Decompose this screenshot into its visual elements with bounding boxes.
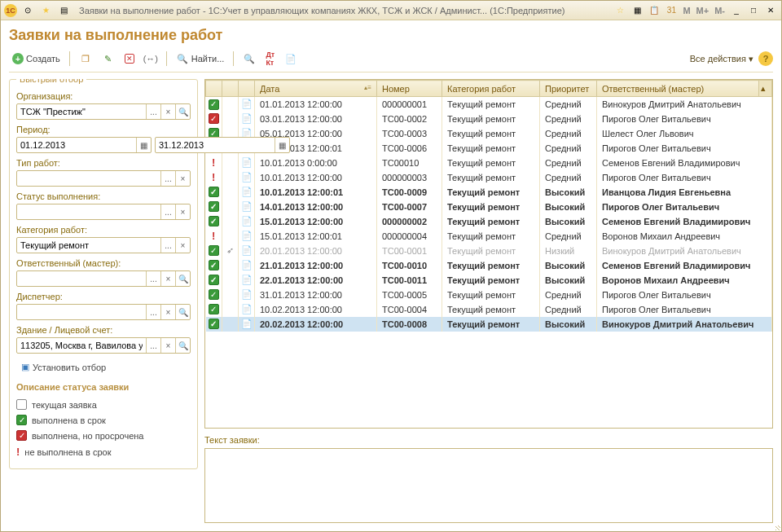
select-btn[interactable]: ... [160, 238, 175, 253]
document-icon: 📄 [241, 319, 253, 328]
select-btn[interactable]: ... [146, 104, 160, 119]
status-label: Статус выполнения: [16, 191, 191, 201]
col-flag[interactable] [222, 81, 239, 97]
building-input[interactable] [17, 341, 146, 350]
close-icon[interactable]: ✕ [763, 4, 778, 17]
edit-button[interactable]: ✎ [99, 51, 118, 67]
select-btn[interactable]: ... [160, 171, 175, 186]
col-master[interactable]: Ответственный (мастер) [597, 81, 759, 97]
m-button[interactable]: M [681, 6, 692, 15]
delete-button[interactable]: ✕ [121, 52, 138, 65]
col-priority[interactable]: Приоритет [540, 81, 597, 97]
col-doc[interactable] [239, 81, 255, 97]
m-minus-button[interactable]: M- [713, 6, 727, 15]
dt-kt-button[interactable]: ДтКт [262, 49, 278, 68]
table-row[interactable]: 📄05.01.2013 12:00:00ТС00-0003Текущий рем… [206, 126, 772, 141]
table-row[interactable]: 📄15.01.2013 12:00:00000000002Текущий рем… [206, 214, 772, 229]
clear-filter-button[interactable]: 🔍 [239, 51, 259, 67]
copy-button[interactable]: ❐ [76, 51, 95, 67]
minimize-icon[interactable]: _ [729, 4, 744, 17]
m-plus-button[interactable]: M+ [695, 6, 711, 15]
col-category[interactable]: Категория работ [442, 81, 540, 97]
favorite-icon[interactable]: ★ [38, 4, 53, 17]
document-icon: 📄 [241, 245, 253, 255]
clear-btn[interactable]: × [175, 204, 190, 219]
table-row[interactable]: 📄21.01.2013 12:00:00ТС00-0010Текущий рем… [206, 258, 772, 273]
col-date-label: Дата [260, 84, 279, 94]
table-row[interactable]: 📄31.01.2013 12:00:00ТС00-0005Текущий рем… [206, 288, 772, 302]
col-number[interactable]: Номер [377, 81, 442, 97]
fav2-icon[interactable]: ☆ [613, 4, 627, 17]
cell-master: Винокуров Дмитрий Анатольевич [597, 244, 772, 258]
table-row[interactable]: 📄22.01.2013 12:00:00ТС00-0011Текущий рем… [206, 273, 772, 288]
open-btn[interactable]: 🔍 [175, 338, 190, 353]
all-actions-menu[interactable]: Все действия ▾ [690, 54, 753, 64]
tb-grid-icon[interactable]: ▦ [630, 4, 644, 17]
select-btn[interactable]: ... [160, 204, 175, 219]
select-btn[interactable]: ... [146, 271, 160, 286]
maximize-icon[interactable]: □ [746, 4, 761, 17]
table-row[interactable]: 📄03.01.2013 12:00:00ТС00-0002Текущий рем… [206, 112, 772, 126]
clear-btn[interactable]: × [175, 238, 190, 253]
document-icon: 📄 [241, 201, 253, 211]
nav-back-icon[interactable]: ⊙ [20, 4, 35, 17]
clear-btn[interactable]: × [160, 271, 175, 286]
period-label: Период: [16, 125, 191, 134]
status-input[interactable] [17, 207, 160, 217]
org-input[interactable] [17, 107, 146, 117]
clear-btn[interactable]: × [160, 305, 175, 319]
col-date[interactable]: Дата▴≡ [255, 81, 377, 97]
col-status[interactable] [206, 81, 222, 97]
help-button[interactable]: ? [758, 51, 773, 66]
table-row[interactable]: 📄10.01.2013 12:00:01ТС00-0009Текущий рем… [206, 185, 772, 200]
date-to-input[interactable] [156, 140, 275, 150]
open-btn[interactable]: 🔍 [175, 104, 190, 119]
table-row[interactable]: 📄20.02.2013 12:00:00ТС00-0008Текущий рем… [206, 317, 772, 332]
tb-calc-icon[interactable]: 📋 [647, 4, 661, 17]
create-button-label: Создать [26, 54, 60, 64]
report-button[interactable]: 📄 [281, 51, 301, 67]
cell-priority: Средний [540, 112, 597, 126]
request-text-box[interactable] [204, 448, 773, 523]
table-row[interactable]: 📄14.01.2013 12:00:00ТС00-0007Текущий рем… [206, 200, 772, 214]
cell-date: 15.01.2013 12:00:00 [255, 214, 377, 229]
table-row[interactable]: 📄01.01.2013 12:00:00000000001Текущий рем… [206, 97, 772, 112]
clear-btn[interactable]: × [160, 104, 175, 119]
worktype-input[interactable] [17, 174, 160, 183]
requests-grid[interactable]: Дата▴≡ Номер Категория работ Приоритет О… [204, 79, 773, 429]
open-btn[interactable]: 🔍 [175, 305, 190, 319]
table-row[interactable]: 📄05.01.2013 12:00:01ТС00-0006Текущий рем… [206, 141, 772, 156]
table-row[interactable]: !📄15.01.2013 12:00:01000000004Текущий ре… [206, 229, 772, 244]
cell-date: 03.01.2013 12:00:00 [255, 112, 377, 126]
cell-master: Шелест Олег Львович [597, 126, 772, 141]
date-from-input[interactable] [17, 140, 136, 150]
select-btn[interactable]: ... [146, 305, 160, 319]
open-btn[interactable]: 🔍 [175, 271, 190, 286]
table-row[interactable]: !📄10.01.2013 0:00:00ТС00010Текущий ремон… [206, 156, 772, 170]
dispatcher-input[interactable] [17, 307, 146, 317]
cell-date: 15.01.2013 12:00:01 [255, 229, 377, 244]
clear-btn[interactable]: × [175, 171, 190, 186]
select-btn[interactable]: ... [146, 338, 160, 353]
master-input[interactable] [17, 274, 146, 284]
document-icon: 📄 [241, 187, 253, 196]
cell-priority: Средний [540, 126, 597, 141]
resize-grip-icon[interactable] [775, 525, 780, 530]
calendar-icon[interactable]: ▦ [275, 138, 289, 152]
cell-category: Текущий ремонт [442, 200, 540, 214]
cell-category: Текущий ремонт [442, 317, 540, 332]
move-button[interactable]: (↔) [141, 51, 160, 67]
find-button[interactable]: 🔍Найти... [173, 51, 228, 67]
history-icon[interactable]: ▤ [56, 4, 71, 17]
apply-filter-button[interactable]: ▣Установить отбор [16, 360, 111, 374]
table-row[interactable]: !📄10.01.2013 12:00:00000000003Текущий ре… [206, 170, 772, 185]
table-row[interactable]: ➶📄20.01.2013 12:00:00ТС00-0001Текущий ре… [206, 244, 772, 258]
category-input[interactable] [17, 240, 160, 250]
table-row[interactable]: 📄10.02.2013 12:00:00ТС00-0004Текущий рем… [206, 302, 772, 317]
tb-calendar-icon[interactable]: 31 [664, 4, 679, 17]
cell-master: Семенов Евгений Владимирович [597, 258, 772, 273]
clear-btn[interactable]: × [160, 338, 175, 353]
calendar-icon[interactable]: ▦ [136, 138, 151, 152]
create-button[interactable]: +Создать [9, 51, 64, 66]
cell-category: Текущий ремонт [442, 170, 540, 185]
